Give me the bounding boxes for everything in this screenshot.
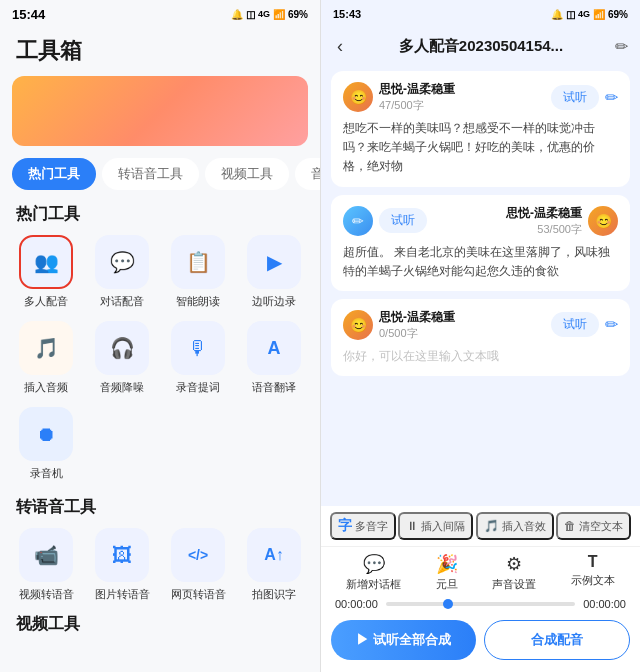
timeline-end: 00:00:00 [583, 598, 626, 610]
voice-card-1-text: 想吃不一样的美味吗？想感受不一样的味觉冲击吗？来吃羊蝎子火锅吧！好吃的美味，优惠… [343, 119, 618, 177]
timeline-bar[interactable] [386, 602, 575, 606]
tools-grid-row2: 🎵 插入音频 🎧 音频降噪 🎙 录音提词 A 语音翻译 [0, 321, 320, 395]
right-status-bar: 15:43 🔔 ◫ 4G 📶 69% [321, 0, 640, 28]
tool-speech-translate[interactable]: A 语音翻译 [240, 321, 308, 395]
tool-record-prompt[interactable]: 🎙 录音提词 [164, 321, 232, 395]
yuandan-label: 元旦 [436, 577, 458, 592]
tab-tts-tools[interactable]: 转语音工具 [102, 158, 199, 190]
tool-label-video-tts: 视频转语音 [19, 587, 74, 602]
tab-hot-tools[interactable]: 热门工具 [12, 158, 96, 190]
right-status-icons: 🔔 ◫ 4G 📶 69% [551, 9, 628, 20]
tool-listen-record[interactable]: ▶ 边听边录 [240, 235, 308, 309]
tool-icon-web-tts: </> [171, 528, 225, 582]
tool-denoise[interactable]: 🎧 音频降噪 [88, 321, 156, 395]
tool-label-denoise: 音频降噪 [100, 380, 144, 395]
voice-card-3: 😊 思悦-温柔稳重 0/500字 试听 ✏ 你好，可以在这里输入文本哦 [331, 299, 630, 376]
voice-info-3: 思悦-温柔稳重 0/500字 [379, 309, 455, 341]
banner [12, 76, 308, 146]
tool-label-listen-record: 边听边录 [252, 294, 296, 309]
voice-card-3-header: 😊 思悦-温柔稳重 0/500字 试听 ✏ [343, 309, 618, 341]
tool-recorder[interactable]: ⏺ 录音机 [12, 407, 80, 481]
tool-ocr[interactable]: A↑ 拍图识字 [240, 528, 308, 602]
voice-card-1-header: 😊 思悦-温柔稳重 47/500字 试听 ✏ [343, 81, 618, 113]
btn-insert-sfx[interactable]: 🎵 插入音效 [476, 512, 554, 540]
voice-name-3: 思悦-温柔稳重 [379, 309, 455, 326]
sample-text-label: 示例文本 [571, 573, 615, 588]
btn-sound-settings[interactable]: ⚙ 声音设置 [492, 553, 536, 592]
edit-btn-1[interactable]: ✏ [605, 88, 618, 107]
polyphonic-icon: 字 [338, 517, 352, 535]
right-panel: 15:43 🔔 ◫ 4G 📶 69% ‹ 多人配音20230504154... … [320, 0, 640, 672]
voice-card-2-left-actions: ✏ 试听 [343, 206, 427, 236]
left-panel: 15:44 🔔 ◫ 4G 📶 69% 工具箱 热门工具 转语音工具 视频工具 音… [0, 0, 320, 672]
btn-add-dialog[interactable]: 💬 新增对话框 [346, 553, 401, 592]
voice-card-1-left: 😊 思悦-温柔稳重 47/500字 [343, 81, 455, 113]
tts-tools-grid: 📹 视频转语音 🖼 图片转语音 </> 网页转语音 A↑ 拍图识字 [0, 528, 320, 602]
voice-card-3-left: 😊 思悦-温柔稳重 0/500字 [343, 309, 455, 341]
voice-card-3-placeholder[interactable]: 你好，可以在这里输入文本哦 [343, 347, 618, 366]
left-time: 15:44 [12, 7, 45, 22]
voice-info-2: 思悦-温柔稳重 53/500字 [506, 205, 582, 237]
btn-sample-text[interactable]: T 示例文本 [571, 553, 615, 592]
tool-insert-audio[interactable]: 🎵 插入音频 [12, 321, 80, 395]
insert-sfx-label: 插入音效 [502, 519, 546, 534]
section-video: 视频工具 [0, 602, 320, 645]
voice-card-1-right: 试听 ✏ [551, 85, 618, 110]
btn-yuandan[interactable]: 🎉 元旦 [436, 553, 458, 592]
avatar-2: ✏ [343, 206, 373, 236]
tool-dialog-voice[interactable]: 💬 对话配音 [88, 235, 156, 309]
page-title: 工具箱 [0, 28, 320, 76]
tool-icon-video-tts: 📹 [19, 528, 73, 582]
yuandan-icon: 🎉 [436, 553, 458, 575]
avatar-1: 😊 [343, 82, 373, 112]
tool-icon-multi-voice: 👥 [19, 235, 73, 289]
insert-gap-icon: ⏸ [406, 519, 418, 533]
tool-label-insert-audio: 插入音频 [24, 380, 68, 395]
tool-icon-denoise: 🎧 [95, 321, 149, 375]
insert-sfx-icon: 🎵 [484, 519, 499, 533]
left-status-bar: 15:44 🔔 ◫ 4G 📶 69% [0, 0, 320, 28]
btn-synthesize[interactable]: 合成配音 [484, 620, 631, 660]
section-hot-tools: 热门工具 [0, 204, 320, 235]
listen-btn-2[interactable]: 试听 [379, 208, 427, 233]
timeline-row: 00:00:00 00:00:00 [321, 596, 640, 616]
tool-image-tts[interactable]: 🖼 图片转语音 [88, 528, 156, 602]
tab-bar: 热门工具 转语音工具 视频工具 音频 [0, 158, 320, 190]
tool-multi-voice[interactable]: 👥 多人配音 [12, 235, 80, 309]
btn-clear-text[interactable]: 🗑 清空文本 [556, 512, 631, 540]
sound-settings-label: 声音设置 [492, 577, 536, 592]
listen-btn-1[interactable]: 试听 [551, 85, 599, 110]
btn-preview-all[interactable]: ▶ 试听全部合成 [331, 620, 476, 660]
tool-icon-image-tts: 🖼 [95, 528, 149, 582]
voice-card-2-header: ✏ 试听 思悦-温柔稳重 53/500字 😊 [343, 205, 618, 237]
tool-smart-read[interactable]: 📋 智能朗读 [164, 235, 232, 309]
voice-card-2: ✏ 试听 思悦-温柔稳重 53/500字 😊 超所值。 来自老北京的美味在这里落… [331, 195, 630, 291]
tab-video-tools[interactable]: 视频工具 [205, 158, 289, 190]
tool-label-speech-translate: 语音翻译 [252, 380, 296, 395]
voice-card-1: 😊 思悦-温柔稳重 47/500字 试听 ✏ 想吃不一样的美味吗？想感受不一样的… [331, 71, 630, 187]
tool-icon-speech-translate: A [247, 321, 301, 375]
header-edit-icon[interactable]: ✏ [615, 37, 628, 56]
timeline-dot [443, 599, 453, 609]
edit-btn-3[interactable]: ✏ [605, 315, 618, 334]
tool-icon-record-prompt: 🎙 [171, 321, 225, 375]
add-dialog-label: 新增对话框 [346, 577, 401, 592]
avatar-2b: 😊 [588, 206, 618, 236]
voice-name-1: 思悦-温柔稳重 [379, 81, 455, 98]
tool-icon-smart-read: 📋 [171, 235, 225, 289]
right-time: 15:43 [333, 8, 361, 20]
voice-count-3: 0/500字 [379, 326, 455, 341]
avatar-3: 😊 [343, 310, 373, 340]
tab-audio-tools[interactable]: 音频 [295, 158, 320, 190]
tool-label-web-tts: 网页转语音 [171, 587, 226, 602]
voice-count-1: 47/500字 [379, 98, 455, 113]
btn-insert-gap[interactable]: ⏸ 插入间隔 [398, 512, 473, 540]
voice-cards-container: 😊 思悦-温柔稳重 47/500字 试听 ✏ 想吃不一样的美味吗？想感受不一样的… [321, 67, 640, 506]
tool-web-tts[interactable]: </> 网页转语音 [164, 528, 232, 602]
btn-polyphonic[interactable]: 字 多音字 [330, 512, 396, 540]
tool-label-image-tts: 图片转语音 [95, 587, 150, 602]
sound-settings-icon: ⚙ [506, 553, 522, 575]
back-button[interactable]: ‹ [333, 34, 347, 59]
listen-btn-3[interactable]: 试听 [551, 312, 599, 337]
tool-video-tts[interactable]: 📹 视频转语音 [12, 528, 80, 602]
